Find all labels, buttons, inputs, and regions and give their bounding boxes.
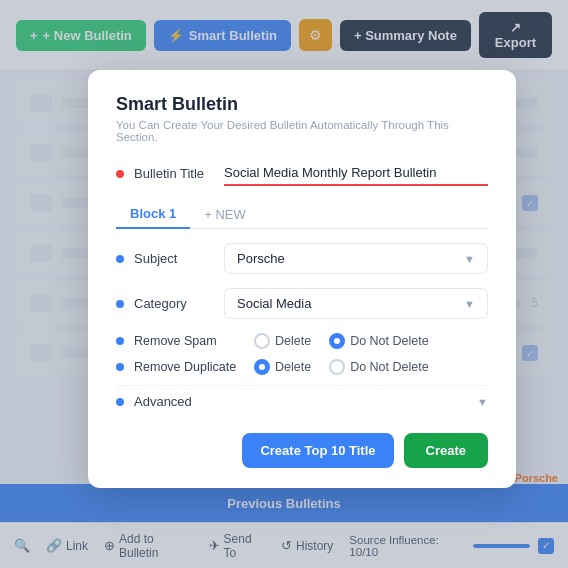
subject-field: Subject Porsche ▼ xyxy=(116,243,488,274)
modal-title: Smart Bulletin xyxy=(116,94,488,115)
remove-spam-row: Remove Spam Delete Do Not Delete xyxy=(116,333,488,349)
dup-delete-radio[interactable] xyxy=(254,359,270,375)
bulletin-title-label: Bulletin Title xyxy=(134,166,224,181)
duplicate-dot xyxy=(116,363,124,371)
chevron-down-icon: ▼ xyxy=(464,253,475,265)
bulletin-title-field: Bulletin Title xyxy=(116,161,488,186)
modal-subtitle: You Can Create Your Desired Bulletin Aut… xyxy=(116,119,488,143)
chevron-down-icon: ▼ xyxy=(477,396,488,408)
smart-bulletin-modal: Smart Bulletin You Can Create Your Desir… xyxy=(88,70,516,488)
spam-delete-radio[interactable] xyxy=(254,333,270,349)
remove-spam-label: Remove Spam xyxy=(134,334,254,348)
category-field: Category Social Media ▼ xyxy=(116,288,488,319)
remove-duplicate-label: Remove Duplicate xyxy=(134,360,254,374)
spam-do-not-delete-option[interactable]: Do Not Delete xyxy=(329,333,429,349)
dup-do-not-delete-option[interactable]: Do Not Delete xyxy=(329,359,429,375)
dup-no-delete-radio[interactable] xyxy=(329,359,345,375)
category-dot xyxy=(116,300,124,308)
chevron-down-icon: ▼ xyxy=(464,298,475,310)
category-label: Category xyxy=(134,296,224,311)
tab-new[interactable]: + NEW xyxy=(194,201,256,228)
modal-footer: Create Top 10 Title Create xyxy=(116,433,488,468)
subject-label: Subject xyxy=(134,251,224,266)
dup-delete-option[interactable]: Delete xyxy=(254,359,311,375)
subject-dot xyxy=(116,255,124,263)
spam-dot xyxy=(116,337,124,345)
advanced-dot xyxy=(116,398,124,406)
bulletin-title-input[interactable] xyxy=(224,161,488,186)
blocks-tabs: Block 1 + NEW xyxy=(116,200,488,229)
spam-no-delete-radio[interactable] xyxy=(329,333,345,349)
required-dot xyxy=(116,170,124,178)
remove-duplicate-row: Remove Duplicate Delete Do Not Delete xyxy=(116,359,488,375)
advanced-label: Advanced xyxy=(134,394,192,409)
subject-dropdown[interactable]: Porsche ▼ xyxy=(224,243,488,274)
tab-block1[interactable]: Block 1 xyxy=(116,200,190,229)
spam-delete-option[interactable]: Delete xyxy=(254,333,311,349)
advanced-section[interactable]: Advanced ▼ xyxy=(116,385,488,417)
category-dropdown[interactable]: Social Media ▼ xyxy=(224,288,488,319)
create-top10-button[interactable]: Create Top 10 Title xyxy=(242,433,393,468)
create-button[interactable]: Create xyxy=(404,433,488,468)
